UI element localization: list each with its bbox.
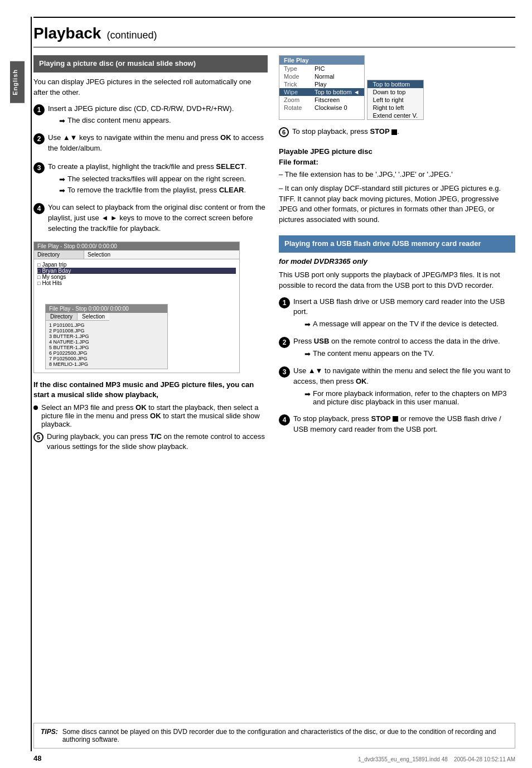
fp-dir-label-2: Bryan Bday [42,268,71,274]
usb-step-2-text: Press USB on the remote control to acces… [293,336,515,347]
fp-value-rotate: Clockwise 0 [310,104,364,112]
fp-dir-icon-2: □ [37,268,40,274]
usb-step-1: 1 Insert a USB flash drive or USB memory… [279,297,515,331]
section-header-playing-picture: Playing a picture disc (or musical slide… [33,55,268,73]
main-content: Playback (continued) Playing a picture d… [33,17,515,735]
fp-dir-item-3: □My songs [37,274,236,280]
jpeg-para-2: – It can only display DCF-standard still… [279,183,515,225]
usb-step-4-content: To stop playback, press STOP or remove t… [293,414,515,437]
right-column: File Play Type PIC Mode Normal T [279,55,515,460]
sidebar-label: English [10,61,25,103]
step-1-main-text: Insert a JPEG picture disc (CD, CD-R/RW,… [48,104,234,113]
usb-step-4-text: To stop playback, press STOP or remove t… [293,414,515,435]
jpeg-header-2: File format: [279,158,515,166]
fp-submenu-item-1: Top to bottom [367,80,423,88]
file-play-dialog-2: File Play - Stop 0:00:00/ 0:00:00 Direct… [45,304,168,369]
fp-value-zoom: Fitscreen [310,96,364,104]
page-number: 48 [33,754,41,762]
fp-value-trick: Play [310,80,364,88]
usb-subheader: for model DVDR3365 only [279,257,515,265]
fp-row-rotate: Rotate Clockwise 0 [279,104,364,112]
fp-menu-title: File Play [279,56,364,65]
usb-step-1-number: 1 [279,297,290,308]
usb-step-3: 3 Use ▲▼ to navigate within the menu and… [279,366,515,408]
step-1-text: Insert a JPEG picture disc (CD, CD-R/RW,… [48,104,268,114]
fp-dir-icon-4: □ [37,281,40,286]
step-2-text: Use ▲▼ keys to navigate within the menu … [48,133,268,154]
fp-dir-item-4: □Hot Hits [37,280,236,286]
left-column: Playing a picture disc (or musical slide… [33,55,268,460]
fp-dialog-2-title: File Play - Stop 0:00:00/ 0:00:00 [46,305,167,313]
tips-text: Some discs cannot be played on this DVD … [62,728,508,743]
fp-row-type: Type PIC [279,65,364,73]
step-5-text: During playback, you can press T/C on th… [47,432,268,453]
fp-label-mode: Mode [279,73,310,80]
step-5: 5 During playback, you can press T/C on … [33,432,268,455]
fp-tab-selection: Selection [84,250,239,259]
file-play-dialog-1: File Play - Stop 0:00:00/ 0:00:00 Direct… [33,241,240,373]
step-3-arrow-2-text: To remove the track/file from the playli… [67,186,246,194]
fp-value-type: PIC [310,65,364,73]
usb-step-1-arrow: ➡ A message will appear on the TV if the… [304,320,515,329]
step-3: 3 To create a playlist, highlight the tr… [33,162,268,197]
fp-value-mode: Normal [310,73,364,80]
usb-step-4-number: 4 [279,414,290,426]
step-3-arrow-1-text: The selected tracks/files will appear on… [67,175,246,183]
usb-section-header: Playing from a USB flash drive /USB memo… [279,235,515,253]
footer-date: 2005-04-28 10:52:11 AM [454,756,515,762]
fp-file-1: 1 P101001.JPG [49,322,164,328]
step-4-number: 4 [33,203,45,214]
step-1-arrow-text: The disc content menu appears. [67,116,171,124]
fp-label-rotate: Rotate [279,104,310,112]
usb-step-2-arrow-text: The content menu appears on the TV. [313,349,434,358]
stop-symbol-2 [393,416,398,422]
page-title-area: Playback (continued) [33,17,515,47]
fp-row-wipe: Wipe Top to bottom ◄ [279,88,364,96]
step-4: 4 You can select to playback from the or… [33,202,268,236]
usb-step-3-arrow-text: For more playback information, refer to … [313,389,515,406]
fp-dir-item-2: □Bryan Bday [37,268,236,274]
usb-step-2: 2 Press USB on the remote control to acc… [279,336,515,360]
usb-step-2-number: 2 [279,337,290,348]
step-3-arrow-1: ➡ The selected tracks/files will appear … [59,175,268,183]
step-1-content: Insert a JPEG picture disc (CD, CD-R/RW,… [48,104,268,128]
step-3-content: To create a playlist, highlight the trac… [48,162,268,197]
right-step-6: 6 To stop playback, press STOP . [279,127,515,139]
fp-label-zoom: Zoom [279,96,310,104]
jpeg-header-1: Playable JPEG picture disc [279,147,515,156]
arrow-icon-usb-1: ➡ [304,320,311,329]
usb-section: Playing from a USB flash drive /USB memo… [279,235,515,437]
usb-step-3-content: Use ▲▼ to navigate within the menu and s… [293,366,515,408]
fp-dialog-2-tabs: Directory Selection [46,313,167,321]
usb-intro: This USB port only supports the playback… [279,270,515,291]
tips-box: TIPS: Some discs cannot be played on thi… [33,723,515,748]
fp-file-2: 2 P101008.JPG [49,328,164,334]
fp-file-6: 6 P1022500.JPG [49,350,164,356]
arrow-icon-usb-3: ➡ [304,390,311,398]
usb-step-4: 4 To stop playback, press STOP or remove… [279,414,515,437]
page-title-continued: (continued) [107,30,157,41]
step-1-arrow: ➡ The disc content menu appears. [59,116,268,125]
usb-step-1-content: Insert a USB flash drive or USB memory c… [293,297,515,331]
section-intro: You can display JPEG pictures in the sel… [33,77,268,98]
footer-file-info: 1_dvdr3355_eu_eng_15891.indd 48 2005-04-… [358,756,515,762]
fp-submenu-item-5: Extend center V. [367,112,423,119]
fp-d2-file-list: 1 P101001.JPG 2 P101008.JPG 3 BUTTER-1.J… [46,321,167,369]
left-border-line [31,17,32,751]
step-1: 1 Insert a JPEG picture disc (CD, CD-R/R… [33,104,268,128]
fp-label-trick: Trick [279,80,310,88]
fp-value-wipe: Top to bottom ◄ [310,88,364,96]
arrow-icon-3a: ➡ [59,175,65,183]
fp-d2-tab-sel: Selection [78,313,109,321]
fp-file-5: 5 BUTTER-1.JPG [49,345,164,350]
fp-row-mode: Mode Normal [279,73,364,80]
step-5-number: 5 [33,432,43,442]
slideshow-header: If the disc contained MP3 music and JPEG… [33,380,268,399]
fp-file-7: 7 P1025000.JPG [49,356,164,361]
fp-dir-label-3: My songs [42,274,66,280]
jpeg-para-1: – The file extension has to be '.JPG,' '… [279,170,515,180]
usb-step-2-arrow: ➡ The content menu appears on the TV. [304,349,515,358]
step-3-text: To create a playlist, highlight the trac… [48,162,268,172]
right-step-6-number: 6 [279,127,289,137]
arrow-icon-usb-2: ➡ [304,350,311,358]
